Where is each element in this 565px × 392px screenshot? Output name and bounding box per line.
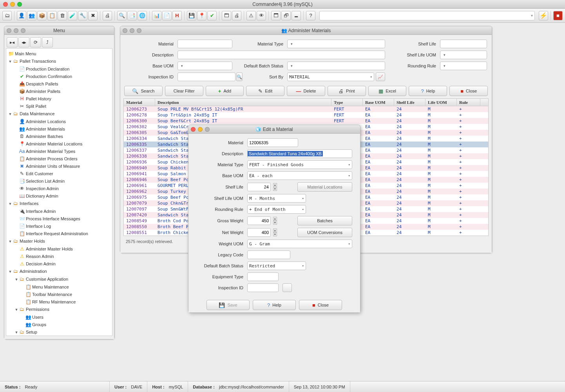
add-button[interactable]: +Add (206, 86, 244, 96)
filter-base-uom[interactable] (177, 62, 232, 70)
materials-button-row: 🔍Search Clear Filter +Add ✎Edit —Delete … (122, 84, 490, 98)
tree-collapse-btn[interactable]: ◂▸ (18, 37, 29, 47)
toolbar-btn[interactable]: 🗔 (222, 11, 231, 20)
menu-toolbar: ▸◂ ◂▸ ⟳ ⤴ (6, 36, 112, 48)
lbl-description: Description (196, 151, 243, 156)
edit-base-uom[interactable]: EA - each (247, 171, 352, 180)
table-header: MaterialDescriptionTypeBase UOMShelf Lif… (124, 99, 488, 106)
print-button[interactable]: 🖨Print (328, 86, 366, 96)
filter-shelf-life-uom[interactable] (440, 51, 487, 59)
toolbar-btn[interactable]: 👤 (17, 11, 26, 20)
toolbar-btn[interactable]: 🗂 (2, 11, 12, 20)
table-row[interactable]: 12006300Soup Beef&Crt 24x85g ITFERTEA24M… (124, 118, 488, 124)
toolbar-btn[interactable]: ⚠ (246, 11, 256, 20)
edit-material[interactable] (247, 138, 298, 147)
toolbar-btn[interactable]: 🗑 (58, 11, 67, 20)
close-button[interactable]: ■Close (299, 300, 342, 310)
lbl-equip-type: Equipment Type (196, 274, 243, 279)
edit-dialog-title: Edit a Material (263, 127, 293, 132)
filter-rounding-rule[interactable] (440, 62, 487, 70)
filter-shelf-life[interactable] (440, 40, 487, 48)
help-button[interactable]: ?Help (253, 300, 296, 310)
save-button[interactable]: 💾Save (206, 300, 250, 310)
lbl-net-weight: Net Weight (196, 230, 243, 235)
edit-material-type[interactable]: FERT - Finished Goods (247, 160, 352, 169)
toolbar-btn[interactable]: 📄 (162, 11, 172, 20)
toolbar-btn[interactable]: 💾 (187, 11, 196, 20)
toolbar-btn[interactable]: 📦 (37, 11, 47, 20)
sort-by-combo[interactable]: MATERIAL (287, 73, 374, 81)
toolbar-btn[interactable]: 🧪 (68, 11, 77, 20)
clear-filter-button[interactable]: Clear Filter (165, 86, 203, 96)
tree-find-btn[interactable]: ⤴ (42, 37, 53, 47)
label-rounding-rule: Rounding Rule (389, 64, 436, 68)
edit-shelf-life-uom[interactable]: M - Months (247, 194, 306, 203)
toolbar-btn[interactable]: ✖ (88, 11, 98, 20)
filter-description[interactable] (177, 51, 385, 59)
db-value: jdbc:mysql://localhost/commander (219, 385, 284, 389)
filter-material[interactable] (177, 40, 232, 48)
lbl-inspection-id: Inspection ID (196, 285, 243, 290)
net-weight-spinner[interactable]: ▴▾ (273, 229, 277, 236)
label-inspection-id: Inspection ID (127, 74, 174, 79)
delete-button[interactable]: —Delete (287, 86, 325, 96)
toolbar-btn[interactable]: 🗖 (271, 11, 281, 20)
toolbar-btn[interactable]: 🖨 (103, 11, 112, 20)
status-bar: Status : Ready User : DAVE Host : mySQL … (0, 381, 565, 392)
tree-refresh-btn[interactable]: ⟳ (30, 37, 41, 47)
toolbar-help-icon[interactable]: ? (306, 11, 315, 20)
table-row[interactable]: 12006278Soup Trt&Spin 24x85g ITFERTEA24M… (124, 112, 488, 118)
toolbar-btn[interactable]: 📊 (152, 11, 161, 20)
uom-conversions-button[interactable]: UOM Conversions (297, 228, 352, 237)
lookup-inspection-icon[interactable] (282, 283, 292, 292)
app-title: Commander4j 3.96 (mySQL) (0, 2, 565, 7)
toolbar-execute[interactable]: ⚡ (539, 11, 548, 20)
menu-tree[interactable]: 📁Main Menu▼🗂Pallet Transactions📄Producti… (6, 48, 112, 336)
toolbar-btn[interactable]: 📍 (197, 11, 206, 20)
edit-equip-type[interactable] (247, 272, 279, 281)
toolbar-btn[interactable]: 🗗 (281, 11, 291, 20)
toolbar-btn[interactable]: 🔧 (78, 11, 87, 20)
edit-description[interactable]: Sandwich Standard Tuna 24x400g XB (247, 149, 352, 158)
material-locations-button[interactable]: Material Locations (297, 182, 352, 192)
edit-net-weight[interactable] (247, 228, 271, 237)
toolbar-btn[interactable]: 📋 (47, 11, 57, 20)
toolbar-btn[interactable]: 🖨 (232, 11, 241, 20)
edit-button[interactable]: ✎Edit (246, 86, 284, 96)
gross-weight-spinner[interactable]: ▴▾ (273, 217, 277, 225)
edit-dialog-titlebar: 🧊 Edit a Material (188, 125, 360, 134)
batches-button[interactable]: Batches (297, 216, 352, 225)
excel-button[interactable]: ▦Excel (368, 86, 407, 96)
filter-inspection-id[interactable] (177, 73, 235, 81)
tree-expand-btn[interactable]: ▸◂ (7, 37, 18, 47)
sort-direction-icon[interactable]: 📈 (376, 73, 385, 81)
lbl-default-batch: Default Batch Status (196, 263, 243, 268)
toolbar-btn[interactable]: 🔍 (117, 11, 127, 20)
edit-shelf-life[interactable] (247, 183, 271, 191)
edit-default-batch[interactable]: Restricted (247, 261, 306, 270)
edit-inspection-id[interactable] (247, 283, 279, 292)
edit-button-row: 💾Save ?Help ■Close (190, 298, 359, 312)
toolbar-btn[interactable]: 👥 (27, 11, 36, 20)
status-label: Status : (5, 385, 20, 389)
edit-legacy-code[interactable] (247, 250, 290, 259)
toolbar-btn[interactable]: 🌐 (138, 11, 147, 20)
toolbar-btn[interactable]: H (172, 11, 182, 20)
table-row[interactable]: 12006273Soup PRLE MV Bf&Crt15 12(4x85g)F… (124, 106, 488, 112)
edit-rounding-rule[interactable]: + End of Month (247, 205, 306, 214)
close-button[interactable]: ■Close (449, 86, 488, 96)
search-button[interactable]: 🔍Search (124, 86, 163, 96)
toolbar-stop[interactable]: ■ (553, 11, 563, 20)
toolbar-btn[interactable]: 🗕 (292, 11, 301, 20)
help-button[interactable]: ?Help (409, 86, 447, 96)
edit-gross-weight[interactable] (247, 216, 271, 225)
toolbar-btn[interactable]: 👁 (257, 11, 266, 20)
app-titlebar: Commander4j 3.96 (mySQL) (0, 0, 565, 9)
shelf-life-spinner[interactable]: ▴▾ (273, 183, 277, 191)
toolbar-btn[interactable]: 📑 (127, 11, 137, 20)
toolbar-btn[interactable]: ✔ (207, 11, 217, 20)
toolbar-combo[interactable] (319, 11, 535, 20)
filter-default-batch[interactable] (287, 62, 385, 70)
filter-material-type[interactable] (287, 40, 385, 48)
edit-weight-uom[interactable]: G - Gram (247, 240, 352, 248)
